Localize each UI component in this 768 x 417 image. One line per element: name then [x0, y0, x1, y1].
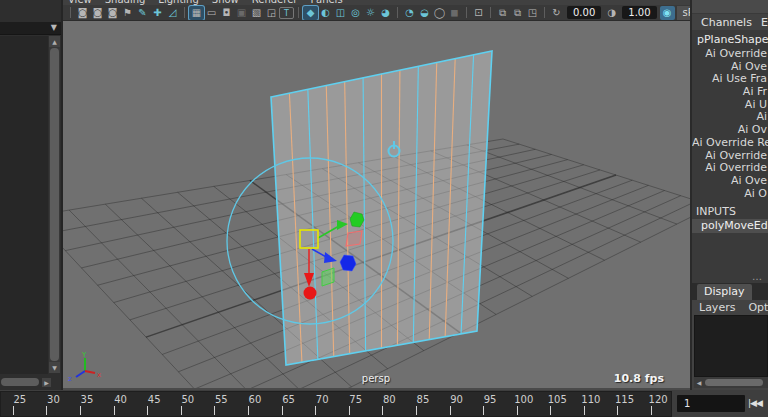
channel-box-menu-item[interactable]: Edit [761, 16, 768, 29]
current-frame-field[interactable]: 1 [677, 395, 745, 412]
time-slider[interactable]: 2530354045505560657075808590951001051101… [0, 391, 672, 417]
channel-box-menu-item[interactable]: Channels [701, 16, 752, 29]
channel-attribute-row[interactable]: Ai Fr [692, 86, 768, 99]
frame-tick[interactable]: 75 [339, 392, 373, 416]
frame-tick[interactable]: 30 [37, 392, 71, 416]
hscroll-track[interactable] [704, 378, 768, 387]
scroll-right-icon[interactable]: ▶ [42, 378, 51, 387]
texture-view-icon[interactable]: ⧉ [510, 6, 525, 20]
viewport-menu-item[interactable]: Panels [310, 0, 342, 5]
layer-horizontal-scrollbar[interactable]: ◀ [694, 377, 768, 388]
shadows-icon[interactable]: ◕ [378, 6, 393, 20]
frame-tick[interactable]: 60 [238, 392, 272, 416]
outliner-horizontal-scrollbar[interactable]: ▶ [0, 377, 60, 387]
layer-editor-menu-item[interactable]: Layers [699, 301, 735, 314]
field-chart-icon[interactable]: ▧ [249, 6, 264, 20]
wireframe-on-shaded-icon[interactable]: ◐ [318, 6, 333, 20]
vscroll-thumb[interactable] [50, 48, 59, 361]
safe-title-icon[interactable]: T [279, 7, 294, 19]
viewport-menu-item[interactable]: Lighting [158, 0, 198, 5]
frame-tick[interactable]: 115 [608, 392, 642, 416]
tab-display[interactable]: Display [697, 284, 752, 300]
resolution-gate-icon[interactable]: ◘ [219, 6, 234, 20]
frame-tick[interactable]: 40 [104, 392, 138, 416]
go-to-start-button[interactable]: |◀◀ [748, 395, 762, 412]
camera-attributes-icon[interactable]: ◙ [105, 6, 120, 20]
render-setup-icon[interactable]: ◼ [447, 6, 462, 20]
channel-attribute-row[interactable]: Ai Ove [692, 175, 768, 188]
image-plane-icon[interactable]: ⧉ [495, 6, 510, 20]
frame-tick[interactable]: 45 [137, 392, 171, 416]
scroll-up-icon[interactable]: ▲ [49, 36, 60, 47]
snap-select-icon[interactable]: ✚ [150, 6, 165, 20]
viewport-menu-item[interactable]: Show [212, 0, 239, 5]
pen-icon[interactable]: ✎ [135, 6, 150, 20]
channel-attribute-row[interactable]: Ai Ove [692, 61, 768, 74]
channel-attribute-row[interactable]: Ai Override Rec [692, 137, 768, 150]
exposure-icon[interactable]: ↻ [549, 6, 564, 20]
outliner-vertical-scrollbar[interactable]: ▲ ▼ [49, 36, 60, 373]
channel-attribute-row[interactable]: Ai Override [692, 48, 768, 61]
frame-tick[interactable]: 90 [440, 392, 474, 416]
viewport-menu-item[interactable]: Shading [105, 0, 146, 5]
frame-tick[interactable]: 35 [70, 392, 104, 416]
scroll-down-icon[interactable]: ▼ [49, 362, 60, 373]
channel-attribute-row[interactable]: Ai Use Fra [692, 73, 768, 86]
move-z-handle[interactable] [340, 255, 356, 271]
frame-tick[interactable]: 80 [373, 392, 407, 416]
panel-resize-dots[interactable]: … [752, 271, 762, 282]
frame-tick[interactable]: 25 [3, 392, 37, 416]
contrast-icon[interactable]: ◑ [604, 6, 619, 20]
tab-anim[interactable]: Anim [764, 284, 768, 300]
contrast-field[interactable]: 1.00 [622, 6, 656, 19]
frame-tick[interactable]: 120 [641, 392, 672, 416]
frame-tick[interactable]: 50 [171, 392, 205, 416]
gamma-toggle-icon[interactable]: ◉ [660, 6, 675, 20]
film-gate-icon[interactable]: ▭ [204, 6, 219, 20]
antialias-icon[interactable]: ◯ [432, 6, 447, 20]
channel-attribute-row[interactable]: Ai [692, 111, 768, 124]
frame-tick[interactable]: 105 [541, 392, 575, 416]
material-override-icon[interactable]: ◎ [348, 6, 363, 20]
viewport-menu-item[interactable]: Renderer [252, 0, 298, 5]
motion-blur-icon[interactable]: ◒ [417, 6, 432, 20]
channel-attribute-row[interactable]: Ai Override [692, 162, 768, 175]
input-node-row[interactable]: polyMoveEdge1 [692, 219, 768, 233]
frame-tick[interactable]: 85 [406, 392, 440, 416]
frame-tick[interactable]: 110 [574, 392, 608, 416]
camera-lock-icon[interactable]: ◙ [90, 6, 105, 20]
bookmark-icon[interactable]: ⚑ [120, 6, 135, 20]
frame-tick[interactable]: 55 [205, 392, 239, 416]
uv-editor-icon[interactable]: ◳ [525, 6, 540, 20]
channel-attribute-row[interactable]: Ai U [692, 99, 768, 112]
grid-toggle-icon[interactable]: ▦ [189, 6, 204, 20]
move-plane-handle-red[interactable] [346, 231, 362, 246]
layer-list[interactable] [694, 315, 768, 377]
textured-display-icon[interactable]: ◫ [333, 6, 348, 20]
colorspace-label[interactable]: sRGB gamma [677, 6, 690, 20]
frame-tick[interactable]: 70 [305, 392, 339, 416]
scroll-left-icon[interactable]: ◀ [694, 379, 704, 386]
channel-attribute-row[interactable]: Ai O [692, 188, 768, 201]
exposure-field[interactable]: 0.00 [567, 6, 601, 19]
frame-tick[interactable]: 100 [507, 392, 541, 416]
channel-attribute-row[interactable]: Ai Ov [692, 124, 768, 137]
hscroll-thumb[interactable] [1, 378, 39, 386]
shape-node-name[interactable]: pPlaneShape1 [692, 30, 768, 48]
channel-attribute-row[interactable]: Ai Override [692, 150, 768, 163]
camera-icon[interactable]: ◙ [75, 6, 90, 20]
move-x-handle[interactable] [304, 287, 317, 300]
gate-mask-icon[interactable]: ▣ [234, 6, 249, 20]
shaded-display-icon[interactable]: ◆ [303, 6, 318, 20]
outliner-filter-dropdown[interactable]: ▼ [0, 22, 61, 35]
viewport-menu-item[interactable]: View [68, 0, 92, 5]
lights-icon[interactable]: ☼ [363, 6, 378, 20]
measure-icon[interactable]: ◿ [165, 6, 180, 20]
safe-action-icon[interactable]: ◲ [264, 6, 279, 20]
ao-icon[interactable]: ◔ [402, 6, 417, 20]
layer-editor-menu-item[interactable]: Options [748, 301, 768, 314]
frame-tick[interactable]: 95 [473, 392, 507, 416]
hscroll-thumb[interactable] [705, 379, 763, 386]
viewport-3d-view[interactable]: Y z x persp 10.8 fps [63, 21, 690, 388]
isolate-select-icon[interactable]: ⊡ [471, 6, 486, 20]
